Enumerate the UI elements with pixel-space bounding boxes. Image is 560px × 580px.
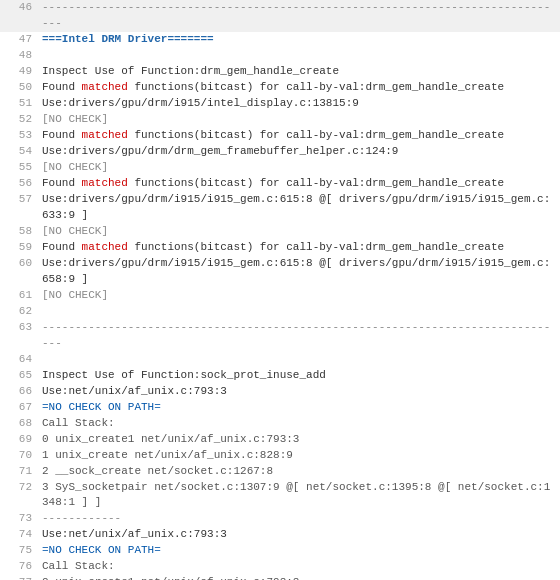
line: 53Found matched functions(bitcast) for c… bbox=[0, 128, 560, 144]
line: 49Inspect Use of Function:drm_gem_handle… bbox=[0, 64, 560, 80]
line-number: 70 bbox=[4, 448, 32, 464]
line-content: 3 SyS_socketpair net/socket.c:1307:9 @[ … bbox=[42, 480, 556, 512]
line-content: Use:drivers/gpu/drm/drm_gem_framebuffer_… bbox=[42, 144, 556, 160]
line: 54Use:drivers/gpu/drm/drm_gem_framebuffe… bbox=[0, 144, 560, 160]
line-content: 2 __sock_create net/socket.c:1267:8 bbox=[42, 464, 556, 480]
line: 50Found matched functions(bitcast) for c… bbox=[0, 80, 560, 96]
line-number: 73 bbox=[4, 511, 32, 527]
line-content: ----------------------------------------… bbox=[42, 0, 556, 32]
line: 68Call Stack: bbox=[0, 416, 560, 432]
line-content: =NO CHECK ON PATH= bbox=[42, 400, 556, 416]
line-number: 61 bbox=[4, 288, 32, 304]
line-content: Found matched functions(bitcast) for cal… bbox=[42, 176, 556, 192]
line-content: Found matched functions(bitcast) for cal… bbox=[42, 128, 556, 144]
line-number: 55 bbox=[4, 160, 32, 176]
line: 76Call Stack: bbox=[0, 559, 560, 575]
line-content: [NO CHECK] bbox=[42, 160, 556, 176]
line: 55[NO CHECK] bbox=[0, 160, 560, 176]
line: 63--------------------------------------… bbox=[0, 320, 560, 352]
line-number: 74 bbox=[4, 527, 32, 543]
line: 46--------------------------------------… bbox=[0, 0, 560, 32]
line-number: 57 bbox=[4, 192, 32, 208]
line: 60Use:drivers/gpu/drm/i915/i915_gem.c:61… bbox=[0, 256, 560, 288]
line-number: 59 bbox=[4, 240, 32, 256]
line: 51Use:drivers/gpu/drm/i915/intel_display… bbox=[0, 96, 560, 112]
line-content: [NO CHECK] bbox=[42, 288, 556, 304]
line: 712 __sock_create net/socket.c:1267:8 bbox=[0, 464, 560, 480]
line: 74Use:net/unix/af_unix.c:793:3 bbox=[0, 527, 560, 543]
line: 59Found matched functions(bitcast) for c… bbox=[0, 240, 560, 256]
line: 770 unix_create1 net/unix/af_unix.c:793:… bbox=[0, 575, 560, 580]
line-number: 52 bbox=[4, 112, 32, 128]
line-number: 56 bbox=[4, 176, 32, 192]
line-content: Call Stack: bbox=[42, 559, 556, 575]
line-content: 0 unix_create1 net/unix/af_unix.c:793:3 bbox=[42, 432, 556, 448]
line: 56Found matched functions(bitcast) for c… bbox=[0, 176, 560, 192]
line-content: Inspect Use of Function:sock_prot_inuse_… bbox=[42, 368, 556, 384]
line: 62 bbox=[0, 304, 560, 320]
line-content: [NO CHECK] bbox=[42, 224, 556, 240]
line-content: 0 unix_create1 net/unix/af_unix.c:793:3 bbox=[42, 575, 556, 580]
matched-keyword: matched bbox=[82, 177, 128, 189]
line-number: 77 bbox=[4, 575, 32, 580]
matched-keyword: matched bbox=[82, 129, 128, 141]
line-content: Use:net/unix/af_unix.c:793:3 bbox=[42, 527, 556, 543]
line: 48 bbox=[0, 48, 560, 64]
line-number: 64 bbox=[4, 352, 32, 368]
line-content: =NO CHECK ON PATH= bbox=[42, 543, 556, 559]
line-content: Found matched functions(bitcast) for cal… bbox=[42, 240, 556, 256]
line: 73------------ bbox=[0, 511, 560, 527]
line: 61[NO CHECK] bbox=[0, 288, 560, 304]
line-content: Use:drivers/gpu/drm/i915/i915_gem.c:615:… bbox=[42, 256, 556, 288]
line-content: Call Stack: bbox=[42, 416, 556, 432]
line: 58[NO CHECK] bbox=[0, 224, 560, 240]
line-number: 50 bbox=[4, 80, 32, 96]
line-number: 68 bbox=[4, 416, 32, 432]
line-number: 67 bbox=[4, 400, 32, 416]
line-number: 66 bbox=[4, 384, 32, 400]
line-number: 69 bbox=[4, 432, 32, 448]
line-number: 75 bbox=[4, 543, 32, 559]
line-number: 46 bbox=[4, 0, 32, 16]
line-content: Use:drivers/gpu/drm/i915/i915_gem.c:615:… bbox=[42, 192, 556, 224]
line: 723 SyS_socketpair net/socket.c:1307:9 @… bbox=[0, 480, 560, 512]
line-content: Inspect Use of Function:drm_gem_handle_c… bbox=[42, 64, 556, 80]
line: 52[NO CHECK] bbox=[0, 112, 560, 128]
line-number: 53 bbox=[4, 128, 32, 144]
line-number: 54 bbox=[4, 144, 32, 160]
line: 701 unix_create net/unix/af_unix.c:828:9 bbox=[0, 448, 560, 464]
line: 67=NO CHECK ON PATH= bbox=[0, 400, 560, 416]
line-number: 65 bbox=[4, 368, 32, 384]
matched-keyword: matched bbox=[82, 81, 128, 93]
line: 64 bbox=[0, 352, 560, 368]
line-number: 49 bbox=[4, 64, 32, 80]
line: 690 unix_create1 net/unix/af_unix.c:793:… bbox=[0, 432, 560, 448]
line-number: 51 bbox=[4, 96, 32, 112]
line-number: 48 bbox=[4, 48, 32, 64]
line-content: Use:drivers/gpu/drm/i915/intel_display.c… bbox=[42, 96, 556, 112]
line-content: [NO CHECK] bbox=[42, 112, 556, 128]
line: 57Use:drivers/gpu/drm/i915/i915_gem.c:61… bbox=[0, 192, 560, 224]
line-number: 60 bbox=[4, 256, 32, 272]
line: 65Inspect Use of Function:sock_prot_inus… bbox=[0, 368, 560, 384]
line-content: ------------ bbox=[42, 511, 556, 527]
line-number: 71 bbox=[4, 464, 32, 480]
line-content: ===Intel DRM Driver======= bbox=[42, 32, 556, 48]
line-content: Found matched functions(bitcast) for cal… bbox=[42, 80, 556, 96]
line-number: 76 bbox=[4, 559, 32, 575]
line-content: Use:net/unix/af_unix.c:793:3 bbox=[42, 384, 556, 400]
line: 66Use:net/unix/af_unix.c:793:3 bbox=[0, 384, 560, 400]
line-number: 63 bbox=[4, 320, 32, 336]
line-number: 72 bbox=[4, 480, 32, 496]
code-block: 46--------------------------------------… bbox=[0, 0, 560, 580]
line-number: 58 bbox=[4, 224, 32, 240]
matched-keyword: matched bbox=[82, 241, 128, 253]
line: 75=NO CHECK ON PATH= bbox=[0, 543, 560, 559]
line-content: ----------------------------------------… bbox=[42, 320, 556, 352]
line: 47===Intel DRM Driver======= bbox=[0, 32, 560, 48]
line-number: 62 bbox=[4, 304, 32, 320]
line-content: 1 unix_create net/unix/af_unix.c:828:9 bbox=[42, 448, 556, 464]
line-number: 47 bbox=[4, 32, 32, 48]
